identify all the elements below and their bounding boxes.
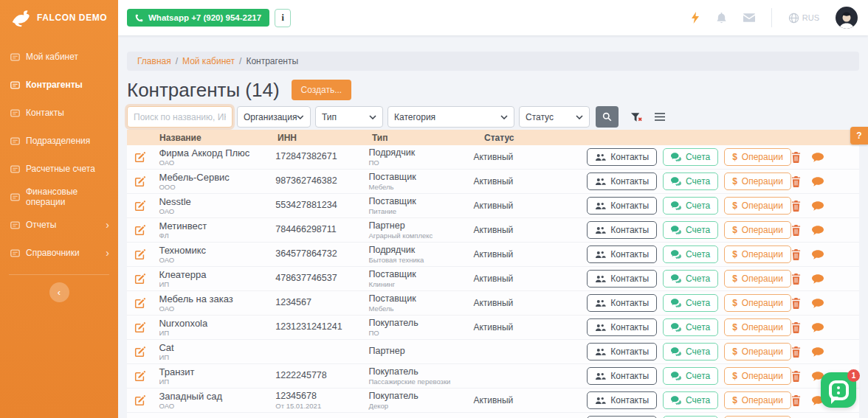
row-name: Западный сад <box>159 391 269 401</box>
category-select[interactable]: Категория <box>388 106 514 128</box>
edit-icon[interactable] <box>134 274 145 285</box>
sidebar-item[interactable]: Контакты <box>0 99 118 127</box>
edit-icon[interactable] <box>134 371 145 382</box>
accounts-button[interactable]: Счета <box>663 221 718 239</box>
comment-icon[interactable] <box>812 323 824 332</box>
sidebar-item[interactable]: Подразделения <box>0 127 118 155</box>
contacts-button[interactable]: Контакты <box>587 343 657 360</box>
operations-button[interactable]: $ Операции <box>724 391 791 409</box>
organization-select[interactable]: Организация <box>237 106 311 128</box>
edit-icon[interactable] <box>134 395 145 406</box>
contacts-button[interactable]: Контакты <box>587 221 657 239</box>
bell-icon[interactable] <box>716 12 727 24</box>
accounts-button[interactable]: Счета <box>663 391 718 409</box>
edit-icon[interactable] <box>134 249 145 260</box>
accounts-button[interactable]: Счета <box>663 245 718 263</box>
contacts-button[interactable]: Контакты <box>587 367 657 385</box>
edit-icon[interactable] <box>134 225 145 236</box>
accounts-button[interactable]: Счета <box>663 197 718 215</box>
delete-icon[interactable] <box>791 346 801 358</box>
comment-icon[interactable] <box>812 201 824 211</box>
sidebar-item[interactable]: Справочники › <box>0 239 118 267</box>
mail-icon[interactable] <box>743 13 755 22</box>
people-icon <box>595 299 606 307</box>
info-button[interactable]: i <box>275 9 291 27</box>
delete-icon[interactable] <box>791 298 801 309</box>
page-title: Контрагенты (14) <box>127 79 280 102</box>
operations-button[interactable]: $ Операции <box>724 367 791 385</box>
delete-icon[interactable] <box>791 395 801 406</box>
contacts-button[interactable]: Контакты <box>587 318 657 336</box>
contacts-button[interactable]: Контакты <box>587 173 657 190</box>
contacts-button[interactable]: Контакты <box>587 391 657 409</box>
sidebar-item[interactable]: Контрагенты <box>0 71 118 99</box>
comment-icon[interactable] <box>812 347 824 357</box>
delete-icon[interactable] <box>791 176 801 187</box>
accounts-button[interactable]: Счета <box>663 367 718 385</box>
delete-icon[interactable] <box>791 152 801 163</box>
comment-icon[interactable] <box>812 153 824 162</box>
contacts-button[interactable]: Контакты <box>587 294 657 312</box>
edit-icon[interactable] <box>134 346 145 358</box>
comment-icon[interactable] <box>812 250 824 259</box>
whatsapp-button[interactable]: Whatsapp +7 (920) 954-2217 <box>127 9 269 27</box>
delete-icon[interactable] <box>791 371 801 382</box>
clear-filter-button[interactable] <box>630 112 643 122</box>
row-status: Активный <box>473 225 581 235</box>
operations-button[interactable]: $ Операции <box>724 197 791 215</box>
operations-button[interactable]: $ Операции <box>724 270 791 288</box>
search-button[interactable] <box>596 106 619 128</box>
edit-icon[interactable] <box>134 322 145 333</box>
sidebar-item[interactable]: Расчетные счета <box>0 155 118 183</box>
main-content: Главная / Мой кабинет / Контрагенты Конт… <box>118 35 868 418</box>
comment-icon[interactable] <box>812 226 824 235</box>
operations-button[interactable]: $ Операции <box>724 343 791 360</box>
edit-icon[interactable] <box>134 201 145 212</box>
row-status: Активный <box>473 395 581 405</box>
breadcrumb-home-link[interactable]: Главная <box>137 56 171 66</box>
sidebar-item[interactable]: Финансовые операции <box>0 183 118 211</box>
chat-widget-button[interactable]: 1 <box>821 372 856 408</box>
operations-button[interactable]: $ Операции <box>724 245 791 263</box>
status-select[interactable]: Статус <box>519 106 590 128</box>
lightning-icon[interactable] <box>691 12 700 24</box>
edit-icon[interactable] <box>134 176 145 187</box>
operations-button[interactable]: $ Операции <box>724 148 791 166</box>
accounts-button[interactable]: Счета <box>663 294 718 312</box>
sidebar-item[interactable]: Отчеты › <box>0 211 118 239</box>
edit-icon[interactable] <box>134 298 145 309</box>
operations-button[interactable]: $ Операции <box>724 173 791 190</box>
delete-icon[interactable] <box>791 225 801 236</box>
contacts-button[interactable]: Контакты <box>587 270 657 288</box>
delete-icon[interactable] <box>791 322 801 333</box>
accounts-button[interactable]: Счета <box>663 343 718 360</box>
delete-icon[interactable] <box>791 274 801 285</box>
breadcrumb-cabinet-link[interactable]: Мой кабинет <box>182 56 235 66</box>
sidebar-item[interactable]: Мой кабинет <box>0 43 118 71</box>
contacts-button[interactable]: Контакты <box>587 148 657 166</box>
falcon-bird-icon <box>10 8 31 27</box>
accounts-button[interactable]: Счета <box>663 318 718 336</box>
comment-icon[interactable] <box>812 177 824 187</box>
search-input[interactable] <box>127 106 232 128</box>
accounts-button[interactable]: Счета <box>663 148 718 166</box>
sidebar-collapse-button[interactable]: ‹ <box>49 282 69 302</box>
operations-button[interactable]: $ Операции <box>724 221 791 239</box>
delete-icon[interactable] <box>791 201 801 212</box>
language-selector[interactable]: RUS <box>788 13 819 24</box>
delete-icon[interactable] <box>791 249 801 260</box>
operations-button[interactable]: $ Операции <box>724 294 791 312</box>
user-avatar[interactable] <box>836 7 858 29</box>
contacts-button[interactable]: Контакты <box>587 197 657 215</box>
accounts-button[interactable]: Счета <box>663 173 718 190</box>
comment-icon[interactable] <box>812 299 824 308</box>
create-button[interactable]: Создать... <box>292 80 352 100</box>
comment-icon[interactable] <box>812 274 824 284</box>
list-view-button[interactable] <box>655 113 665 121</box>
accounts-button[interactable]: Счета <box>663 270 718 288</box>
type-select[interactable]: Тип <box>315 106 383 128</box>
operations-button[interactable]: $ Операции <box>724 318 791 336</box>
help-tab-button[interactable]: ? <box>850 127 868 144</box>
contacts-button[interactable]: Контакты <box>587 245 657 263</box>
edit-icon[interactable] <box>134 152 145 163</box>
